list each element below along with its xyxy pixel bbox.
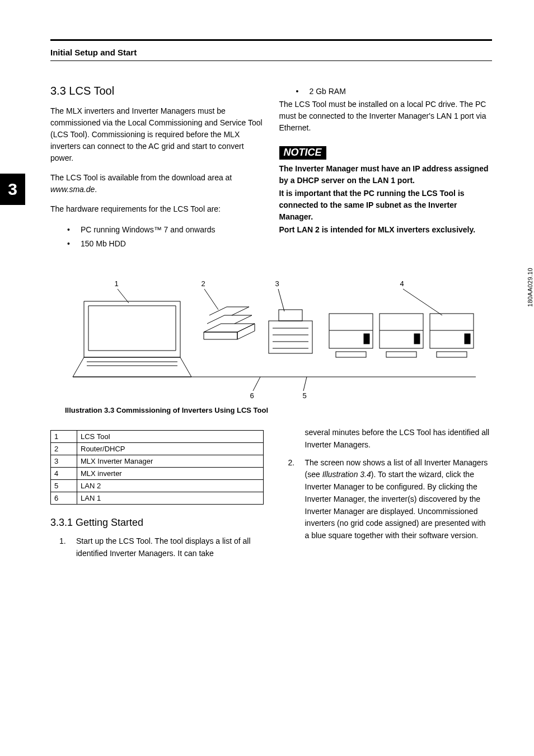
section-label: Initial Setup and Start <box>50 45 492 60</box>
callout-2: 2 <box>201 279 205 288</box>
legend-table: 1LCS Tool 2Router/DHCP 3MLX Inverter Man… <box>50 430 264 505</box>
notice-text-1: The Inverter Manager must have an IP add… <box>279 163 493 186</box>
callout-6: 6 <box>250 391 254 399</box>
illustration-code: 180AA029.10 <box>527 268 533 307</box>
table-row: 3MLX Inverter Manager <box>51 455 264 468</box>
svg-line-19 <box>118 289 129 303</box>
steps-list-right: 2. The screen now shows a list of all In… <box>279 457 493 542</box>
chapter-tab: 3 <box>0 174 25 205</box>
callout-5: 5 <box>302 391 306 399</box>
para-install: The LCS Tool must be installed on a loca… <box>279 99 493 134</box>
para-hwreq: The hardware requirements for the LCS To… <box>50 203 264 215</box>
lower-left-column: 1LCS Tool 2Router/DHCP 3MLX Inverter Man… <box>50 427 264 565</box>
illustration-caption: Illustration 3.3 Commissioning of Invert… <box>65 406 492 414</box>
table-row: 2Router/DHCP <box>51 443 264 455</box>
left-column: 3.3 LCS Tool The MLX inverters and Inver… <box>50 85 264 251</box>
svg-rect-9 <box>364 334 369 344</box>
list-item: 2 Gb RAM <box>296 85 493 99</box>
list-item: 1. Start up the LCS Tool. The tool displ… <box>50 535 264 559</box>
step1-continuation: several minutes before the LCS Tool has … <box>305 427 493 451</box>
svg-line-23 <box>253 377 260 391</box>
table-row: 5LAN 2 <box>51 480 264 492</box>
para-download: The LCS Tool is available from the downl… <box>50 172 264 195</box>
svg-rect-18 <box>437 352 467 357</box>
svg-line-20 <box>204 289 218 310</box>
notice-text-3: Port LAN 2 is intended for MLX inverters… <box>279 224 493 236</box>
para-intro: The MLX inverters and Inverter Managers … <box>50 105 264 164</box>
callout-3: 3 <box>275 279 279 288</box>
header-rule-bottom <box>50 60 492 61</box>
callout-1: 1 <box>114 279 118 288</box>
right-column: 2 Gb RAM The LCS Tool must be installed … <box>279 85 493 251</box>
lower-right-column: several minutes before the LCS Tool has … <box>279 427 493 565</box>
steps-list-left: 1. Start up the LCS Tool. The tool displ… <box>50 535 264 559</box>
ref-illustration-3-4: Illustration 3.4 <box>322 470 371 479</box>
diagram-svg: 1 2 3 4 5 6 <box>50 268 487 399</box>
svg-line-21 <box>278 289 284 311</box>
link-sma: www.sma.de <box>50 185 95 194</box>
svg-rect-14 <box>386 352 416 357</box>
svg-line-22 <box>403 289 442 315</box>
heading-lcs-tool: 3.3 LCS Tool <box>50 85 264 97</box>
header-rule-top <box>50 39 492 41</box>
svg-line-24 <box>303 377 307 391</box>
hw-req-list: PC running Windows™ 7 and onwards 150 Mb… <box>67 223 264 251</box>
table-row: 6LAN 1 <box>51 492 264 505</box>
svg-rect-13 <box>414 334 420 344</box>
list-item: 150 Mb HDD <box>67 237 264 251</box>
svg-rect-17 <box>465 334 470 344</box>
svg-rect-10 <box>336 352 366 357</box>
notice-text-2: It is important that the PC running the … <box>279 188 493 223</box>
table-row: 4MLX inverter <box>51 468 264 480</box>
heading-getting-started: 3.3.1 Getting Started <box>50 517 264 529</box>
illustration-commissioning: 180AA029.10 <box>50 268 492 399</box>
hw-req-list-cont: 2 Gb RAM <box>296 85 493 99</box>
svg-rect-2 <box>279 310 302 321</box>
list-item: PC running Windows™ 7 and onwards <box>67 223 264 237</box>
table-row: 1LCS Tool <box>51 431 264 443</box>
callout-4: 4 <box>400 279 404 288</box>
list-item: 2. The screen now shows a list of all In… <box>279 457 493 542</box>
notice-badge: NOTICE <box>279 146 326 160</box>
